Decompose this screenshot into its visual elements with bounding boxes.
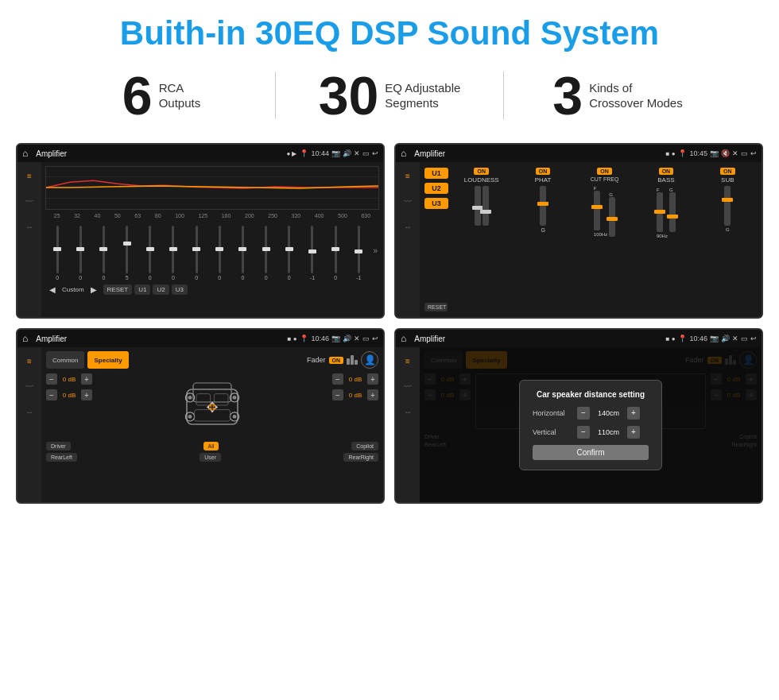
copilot-btn[interactable]: Copilot bbox=[351, 442, 378, 451]
slider-thumb-5[interactable] bbox=[169, 247, 177, 251]
sidebar-icon-fader-2[interactable]: 〰 bbox=[21, 379, 38, 393]
sidebar-icon-eq-1[interactable]: ≡ bbox=[21, 168, 38, 183]
plus-btn-4[interactable]: + bbox=[367, 389, 378, 400]
sidebar-icon-dialog-2[interactable]: 〰 bbox=[399, 379, 417, 393]
slider-loudness-1[interactable] bbox=[475, 186, 481, 226]
thumb-cutfreq-1[interactable] bbox=[591, 205, 603, 209]
slider-thumb-4[interactable] bbox=[146, 247, 154, 251]
sidebar-icon-fader-1[interactable]: ≡ bbox=[21, 354, 38, 368]
slider-track-0[interactable] bbox=[56, 226, 59, 273]
slider-thumb-7[interactable] bbox=[215, 247, 223, 251]
plus-btn-2[interactable]: + bbox=[81, 389, 92, 400]
ch-label-cutfreq: CUT FREQ bbox=[591, 176, 619, 182]
horizontal-minus-button[interactable]: − bbox=[577, 407, 590, 420]
stat-rca: 6 RCAOutputs bbox=[48, 68, 275, 122]
sidebar-icon-xover-1[interactable]: ≡ bbox=[399, 168, 417, 183]
sidebar-icon-dialog-1[interactable]: ≡ bbox=[399, 354, 417, 368]
thumb-phat[interactable] bbox=[537, 202, 548, 206]
screen-content-eq: ≡ 〰 ↔ bbox=[17, 162, 383, 317]
sidebar-icon-eq-2[interactable]: 〰 bbox=[21, 194, 38, 208]
all-btn-fader[interactable]: All bbox=[203, 442, 219, 451]
cam-icon-dialog: 📷 bbox=[710, 335, 719, 342]
sidebar-icon-fader-3[interactable]: ↔ bbox=[21, 404, 38, 419]
fader-bars bbox=[347, 355, 358, 365]
time-eq: 10:44 bbox=[311, 149, 329, 157]
prev-preset-button[interactable]: ◀ bbox=[45, 284, 60, 296]
main-area-eq: 253240 506380 100125160 200250320 400500… bbox=[41, 162, 383, 317]
thumb-sub[interactable] bbox=[722, 198, 733, 202]
pin-icon-xover: 📍 bbox=[678, 149, 687, 157]
thumb-bass-2[interactable] bbox=[667, 215, 678, 219]
slider-thumb-12[interactable] bbox=[331, 247, 339, 251]
slider-sub[interactable] bbox=[724, 186, 731, 226]
sidebar-dialog: ≡ 〰 ↔ bbox=[396, 347, 420, 502]
reset-button-eq[interactable]: RESET bbox=[103, 284, 133, 295]
thumb-loudness-2[interactable] bbox=[480, 210, 491, 214]
driver-btn[interactable]: Driver bbox=[46, 442, 71, 451]
stat-number-eq: 30 bbox=[319, 68, 379, 122]
profile-icon[interactable]: 👤 bbox=[361, 351, 378, 369]
confirm-button[interactable]: Confirm bbox=[533, 445, 649, 460]
u2-button-eq[interactable]: U2 bbox=[153, 284, 169, 295]
eq-slider-4: 0 bbox=[140, 226, 161, 280]
u3-button-eq[interactable]: U3 bbox=[172, 284, 188, 295]
minus-btn-2[interactable]: − bbox=[46, 389, 57, 400]
thumb-bass-1[interactable] bbox=[654, 210, 665, 214]
plus-btn-1[interactable]: + bbox=[81, 373, 92, 385]
screen-content-fader: ≡ 〰 ↔ Common Specialty Fader ON bbox=[17, 347, 383, 502]
status-bar-dialog: ⌂ Amplifier ■ ● 📍 10:46 📷 🔊 ✕ ▭ ↩ bbox=[396, 330, 762, 347]
slider-thumb-1[interactable] bbox=[76, 247, 84, 251]
thumb-cutfreq-2[interactable] bbox=[607, 217, 618, 221]
top-tabs-fader: Common Specialty Fader ON 👤 bbox=[46, 351, 378, 369]
slider-bass-1[interactable] bbox=[657, 192, 663, 232]
sidebar-icon-eq-3[interactable]: ↔ bbox=[21, 219, 38, 234]
chevron-right-eq[interactable]: » bbox=[373, 246, 378, 255]
minus-btn-1[interactable]: − bbox=[46, 373, 57, 385]
u1-xover-button[interactable]: U1 bbox=[424, 168, 448, 179]
reset-xover-button[interactable]: RESET bbox=[424, 303, 448, 311]
slider-loudness-2[interactable] bbox=[483, 186, 489, 226]
rearleft-btn-fader[interactable]: RearLeft bbox=[46, 453, 77, 462]
vertical-minus-button[interactable]: − bbox=[577, 426, 590, 439]
rect-icon-eq: ▭ bbox=[362, 149, 370, 157]
fader-bar-1 bbox=[347, 358, 350, 365]
rearright-btn-fader[interactable]: RearRight bbox=[343, 453, 378, 462]
sidebar-icon-xover-2[interactable]: 〰 bbox=[399, 194, 417, 208]
u3-xover-button[interactable]: U3 bbox=[424, 198, 448, 209]
eq-bottom-row: ◀ Custom ▶ RESET U1 U2 U3 bbox=[45, 284, 379, 296]
minus-btn-4[interactable]: − bbox=[332, 389, 343, 400]
slider-phat[interactable] bbox=[540, 186, 546, 226]
screen-title-fader: Amplifier bbox=[36, 335, 284, 343]
db-val-3: 0 dB bbox=[346, 376, 365, 383]
slider-thumb-11[interactable] bbox=[308, 249, 316, 253]
slider-cutfreq-2[interactable] bbox=[609, 197, 615, 237]
tab-common-fader[interactable]: Common bbox=[46, 351, 84, 369]
slider-bass-2[interactable] bbox=[669, 192, 676, 232]
slider-thumb-9[interactable] bbox=[262, 247, 270, 251]
slider-cutfreq-1[interactable] bbox=[594, 191, 600, 230]
slider-thumb-6[interactable] bbox=[192, 247, 200, 251]
u2-xover-button[interactable]: U2 bbox=[424, 183, 448, 194]
tab-specialty-fader[interactable]: Specialty bbox=[87, 351, 128, 369]
slider-thumb-13[interactable] bbox=[355, 249, 362, 253]
user-btn-fader[interactable]: User bbox=[200, 453, 221, 462]
x-icon-fader: ✕ bbox=[354, 335, 360, 342]
slider-thumb-0[interactable] bbox=[53, 247, 61, 251]
eq-slider-0: 0 bbox=[47, 226, 68, 280]
vertical-plus-button[interactable]: + bbox=[627, 426, 640, 439]
sidebar-icon-xover-3[interactable]: ↔ bbox=[399, 219, 417, 234]
sidebar-icon-dialog-3[interactable]: ↔ bbox=[399, 404, 417, 419]
minus-btn-3[interactable]: − bbox=[332, 373, 343, 385]
car-diagram bbox=[97, 373, 327, 437]
slider-thumb-3[interactable] bbox=[123, 242, 131, 246]
slider-thumb-2[interactable] bbox=[99, 247, 107, 251]
u1-button-eq[interactable]: U1 bbox=[134, 284, 150, 295]
svg-rect-14 bbox=[196, 394, 211, 405]
next-preset-button[interactable]: ▶ bbox=[87, 284, 101, 296]
status-icons-eq: 📍 10:44 📷 🔊 ✕ ▭ ↩ bbox=[300, 149, 378, 157]
main-area-xover: U1 U2 U3 RESET ON LOUDNESS bbox=[420, 162, 762, 317]
plus-btn-3[interactable]: + bbox=[367, 373, 378, 385]
slider-thumb-10[interactable] bbox=[285, 247, 293, 251]
horizontal-plus-button[interactable]: + bbox=[627, 407, 640, 420]
slider-thumb-8[interactable] bbox=[238, 247, 246, 251]
